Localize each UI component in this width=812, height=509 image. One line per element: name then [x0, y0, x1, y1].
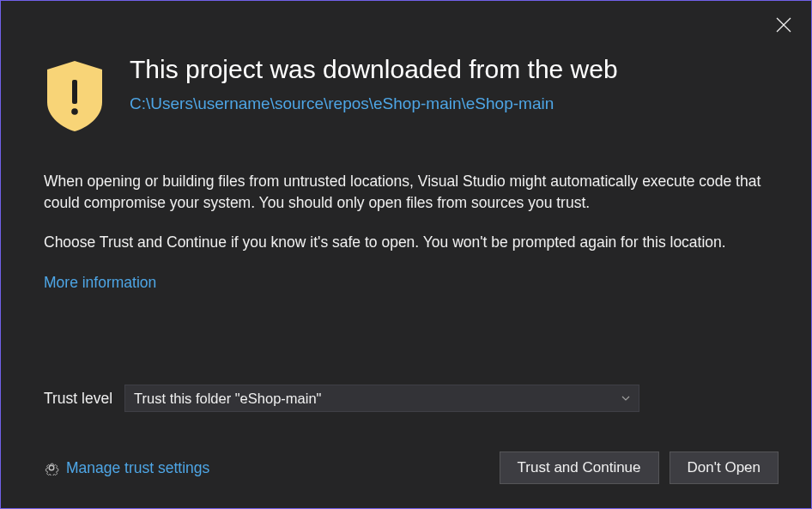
trust-level-row: Trust level Trust this folder "eShop-mai… [1, 385, 811, 412]
manage-trust-settings-text: Manage trust settings [66, 459, 209, 477]
trust-level-label: Trust level [44, 390, 112, 408]
dialog-body: When opening or building files from untr… [1, 133, 811, 294]
warning-paragraph-2: Choose Trust and Continue if you know it… [44, 232, 768, 253]
svg-rect-2 [72, 80, 77, 104]
dialog-header: This project was downloaded from the web… [1, 1, 811, 133]
gear-icon [44, 460, 59, 476]
close-button[interactable] [772, 13, 796, 37]
manage-trust-settings-link[interactable]: Manage trust settings [44, 459, 209, 477]
shield-warning-icon [44, 59, 106, 133]
dialog-title: This project was downloaded from the web [130, 52, 768, 86]
header-text: This project was downloaded from the web… [130, 52, 768, 113]
trust-level-value: Trust this folder "eShop-main" [134, 391, 321, 407]
warning-paragraph-1: When opening or building files from untr… [44, 171, 768, 215]
project-path: C:\Users\username\source\repos\eShop-mai… [130, 94, 768, 113]
dialog-footer: Manage trust settings Trust and Continue… [1, 451, 811, 484]
trust-level-select[interactable]: Trust this folder "eShop-main" [124, 385, 639, 412]
svg-point-3 [71, 108, 78, 115]
chevron-down-icon [621, 394, 630, 403]
more-information-link[interactable]: More information [44, 272, 156, 294]
close-icon [775, 16, 792, 33]
button-group: Trust and Continue Don't Open [500, 451, 779, 484]
trust-and-continue-button[interactable]: Trust and Continue [500, 451, 659, 484]
dont-open-button[interactable]: Don't Open [670, 451, 779, 484]
